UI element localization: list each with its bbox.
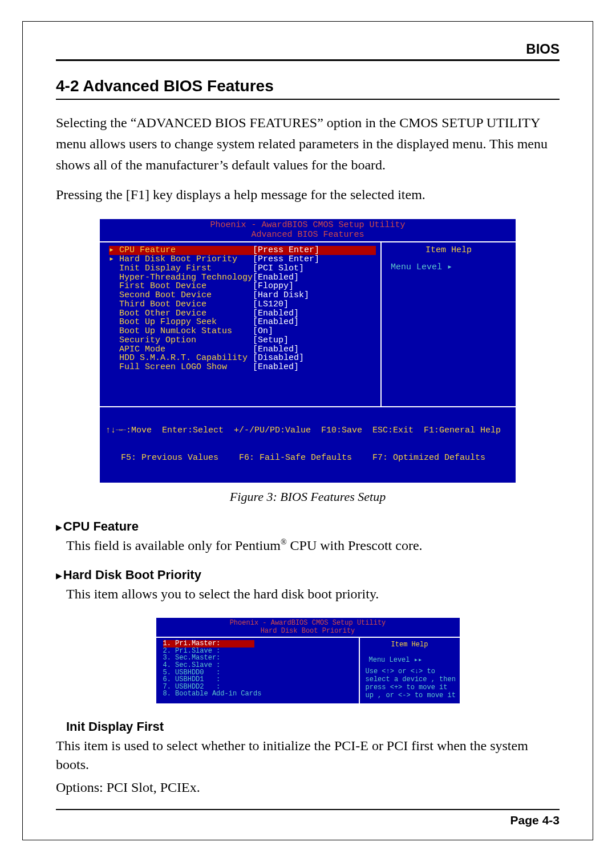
bios2-right-pane: Item Help Menu Level ▸▸ Use <↑> or <↓> t…	[360, 638, 460, 703]
bios-left-pane: ▸ CPU Feature [Press Enter]▸ Hard Disk B…	[100, 242, 382, 406]
bios-subtitle: Advanced BIOS Features	[100, 230, 516, 242]
bios-row[interactable]: Boot Up NumLock Status [On]	[109, 327, 376, 336]
bios-row[interactable]: Init Display First [PCI Slot]	[109, 264, 376, 273]
page-frame: BIOS 4-2 Advanced BIOS Features Selectin…	[22, 21, 593, 840]
bios-screenshot-main: Phoenix - AwardBIOS CMOS Setup Utility A…	[99, 218, 517, 484]
bios-row[interactable]: Third Boot Device [LS120]	[109, 300, 376, 309]
bios-screenshot-hdboot: Phoenix - AwardBIOS CMOS Setup Utility H…	[155, 617, 461, 705]
bios-row[interactable]: HDD S.M.A.R.T. Capability [Disabled]	[109, 354, 376, 363]
section-title: 4-2 Advanced BIOS Features	[56, 77, 560, 100]
bios-footer-line1: ↑↓→←:Move Enter:Select +/-/PU/PD:Value F…	[106, 426, 510, 435]
item-hd-boot-title: ▶Hard Disk Boot Priority	[56, 568, 560, 582]
bios2-row[interactable]: 1. Pri.Master:	[163, 640, 255, 647]
bios2-row[interactable]: 6. USBHDD1 :	[163, 676, 355, 683]
bios-row[interactable]: Second Boot Device [Hard Disk]	[109, 291, 376, 300]
bios2-item-help-label: Item Help	[363, 641, 456, 649]
bios-menu-level: Menu Level ▸	[385, 263, 512, 272]
intro-paragraph-1: Selecting the “ADVANCED BIOS FEATURES” o…	[56, 112, 560, 176]
bios-footer: ↑↓→←:Move Enter:Select +/-/PU/PD:Value F…	[100, 406, 516, 483]
bios-item-help-label: Item Help	[385, 246, 512, 255]
bios-row[interactable]: ▸ Hard Disk Boot Priority [Press Enter]	[109, 255, 376, 264]
bios-title: Phoenix - AwardBIOS CMOS Setup Utility	[100, 219, 516, 230]
item-cpu-feature-title: ▶CPU Feature	[56, 519, 560, 534]
bios-row[interactable]: Boot Other Device [Enabled]	[109, 309, 376, 318]
bios-row[interactable]: ▸ CPU Feature [Press Enter]	[109, 246, 376, 255]
triangle-icon: ▶	[56, 522, 62, 533]
bios-footer-line2: F5: Previous Values F6: Fail-Safe Defaul…	[106, 454, 510, 463]
item-init-display-text: This item is used to select whether to i…	[56, 736, 560, 775]
bios-row[interactable]: Full Screen LOGO Show [Enabled]	[109, 363, 376, 372]
bios2-subtitle: Hard Disk Boot Priority	[156, 628, 460, 637]
bios-row[interactable]: First Boot Device [Floppy]	[109, 282, 376, 291]
intro-paragraph-2: Pressing the [F1] key displays a help me…	[56, 184, 560, 205]
bios2-row[interactable]: 4. Sec.Slave :	[163, 662, 355, 669]
bios-row[interactable]: Boot Up Floppy Seek [Enabled]	[109, 318, 376, 327]
bios-row[interactable]: Security Option [Setup]	[109, 336, 376, 345]
bios-right-pane: Item Help Menu Level ▸	[382, 242, 516, 406]
page-number: Page 4-3	[56, 809, 560, 827]
bios2-left-pane: 1. Pri.Master:2. Pri.Slave :3. Sec.Maste…	[156, 638, 360, 703]
page-header: BIOS	[56, 41, 560, 61]
bios2-menu-level: Menu Level ▸▸	[363, 657, 456, 664]
item-init-display-options: Options: PCI Slot, PCIEx.	[56, 778, 560, 798]
item-hd-boot-text: This item allows you to select the hard …	[66, 585, 560, 604]
bios2-title: Phoenix - AwardBIOS CMOS Setup Utility	[156, 618, 460, 628]
bios2-row[interactable]: 8. Bootable Add-in Cards	[163, 690, 355, 698]
bios-row[interactable]: Hyper-Threading Technology[Enabled]	[109, 273, 376, 282]
triangle-icon: ▶	[56, 570, 62, 582]
bios2-help-text: Use <↑> or <↓> to select a device , then…	[363, 668, 456, 699]
figure-caption: Figure 3: BIOS Features Setup	[56, 489, 560, 504]
item-init-display-title: Init Display First	[66, 719, 560, 734]
item-cpu-feature-text: This field is available only for Pentium…	[66, 536, 560, 556]
bios-row[interactable]: APIC Mode [Enabled]	[109, 345, 376, 354]
